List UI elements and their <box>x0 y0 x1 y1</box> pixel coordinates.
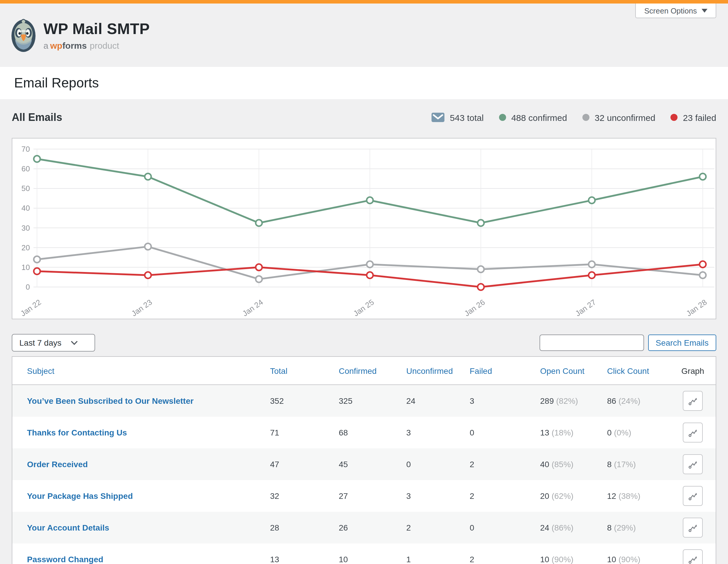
tagline-brand-forms: forms <box>62 41 87 51</box>
unconfirmed-cell: 24 <box>406 385 469 417</box>
chevron-down-icon <box>71 341 77 345</box>
date-range-value: Last 7 days <box>19 338 61 347</box>
confirmed-cell: 45 <box>338 448 406 480</box>
open-count-cell: 13 (18%) <box>540 417 606 448</box>
section-header-row: All Emails 543 total 488 confirmed 32 un… <box>12 109 716 126</box>
open-count-cell: 10 (90%) <box>540 543 606 564</box>
section-title: All Emails <box>12 111 62 124</box>
subject-link[interactable]: Your Package Has Shipped <box>27 491 133 501</box>
app-header: WP Mail SMTP awpformsproduct Screen Opti… <box>0 4 728 67</box>
search-emails-button[interactable]: Search Emails <box>648 334 716 351</box>
sort-unconfirmed[interactable]: Unconfirmed <box>406 366 453 375</box>
trend-line-icon <box>688 491 698 501</box>
confirmed-cell: 10 <box>338 543 406 564</box>
failed-cell: 2 <box>469 543 540 564</box>
open-count-cell: 24 (86%) <box>540 512 606 543</box>
table-row: Password Changed 13 10 1 2 10 (90%) 10 (… <box>12 543 716 564</box>
svg-text:40: 40 <box>21 204 30 213</box>
click-count-cell: 8 (29%) <box>606 512 670 543</box>
unconfirmed-cell: 3 <box>406 480 469 512</box>
graph-button[interactable] <box>683 486 703 506</box>
legend-item-confirmed: 488 confirmed <box>499 112 567 122</box>
chart-legend: 543 total 488 confirmed 32 unconfirmed 2… <box>432 112 716 122</box>
graph-button[interactable] <box>683 549 703 564</box>
confirmed-cell: 68 <box>338 417 406 448</box>
unconfirmed-cell: 1 <box>406 543 469 564</box>
trend-line-icon <box>688 459 698 469</box>
open-count-cell: 20 (62%) <box>540 480 606 512</box>
graph-column-header: Graph <box>670 357 716 385</box>
click-count-cell: 8 (17%) <box>606 448 670 480</box>
sort-subject[interactable]: Subject <box>27 366 54 375</box>
page-title: Email Reports <box>14 75 99 91</box>
unconfirmed-cell: 3 <box>406 417 469 448</box>
legend-label-total: 543 total <box>450 112 484 122</box>
table-row: Your Package Has Shipped 32 27 3 2 20 (6… <box>12 480 716 512</box>
chevron-down-icon <box>702 9 707 13</box>
click-count-cell: 86 (24%) <box>606 385 670 417</box>
svg-text:50: 50 <box>21 184 30 193</box>
legend-label-failed: 23 failed <box>683 112 716 122</box>
tagline-brand-wp: wp <box>50 41 63 51</box>
svg-text:30: 30 <box>21 224 30 233</box>
sort-click-count[interactable]: Click Count <box>607 366 649 375</box>
trend-line-icon <box>688 427 698 437</box>
search-input[interactable] <box>539 334 644 351</box>
total-cell: 28 <box>269 512 338 543</box>
subject-link[interactable]: Order Received <box>27 459 88 469</box>
open-count-cell: 289 (82%) <box>540 385 606 417</box>
graph-button[interactable] <box>683 454 703 474</box>
trend-line-icon <box>688 396 698 406</box>
table-row: Your Account Details 28 26 2 0 24 (86%) … <box>12 512 716 543</box>
total-cell: 13 <box>269 543 338 564</box>
sort-total[interactable]: Total <box>270 366 287 375</box>
date-range-select[interactable]: Last 7 days <box>12 334 95 351</box>
tagline-suffix: product <box>90 41 119 51</box>
graph-button[interactable] <box>683 391 703 411</box>
legend-item-total: 543 total <box>432 112 484 122</box>
subject-link[interactable]: Your Account Details <box>27 523 109 532</box>
graph-button[interactable] <box>683 422 703 442</box>
page-title-band: Email Reports <box>0 67 728 99</box>
total-cell: 352 <box>269 385 338 417</box>
confirmed-cell: 26 <box>338 512 406 543</box>
subject-link[interactable]: Password Changed <box>27 555 103 564</box>
table-row: You’ve Been Subscribed to Our Newsletter… <box>12 385 716 417</box>
legend-label-confirmed: 488 confirmed <box>511 112 567 122</box>
graph-button[interactable] <box>683 518 703 538</box>
svg-text:60: 60 <box>21 164 30 173</box>
failed-dot-icon <box>671 114 678 121</box>
sort-open-count[interactable]: Open Count <box>540 366 584 375</box>
svg-text:70: 70 <box>21 145 30 154</box>
open-count-cell: 40 (85%) <box>540 448 606 480</box>
email-reports-table-card: Subject Total Confirmed Unconfirmed Fail… <box>12 356 716 564</box>
total-cell: 71 <box>269 417 338 448</box>
svg-text:20: 20 <box>21 243 30 252</box>
confirmed-cell: 325 <box>338 385 406 417</box>
trend-line-icon <box>688 523 698 533</box>
table-row: Thanks for Contacting Us 71 68 3 0 13 (1… <box>12 417 716 448</box>
total-cell: 47 <box>269 448 338 480</box>
unconfirmed-cell: 0 <box>406 448 469 480</box>
svg-text:Jan 27: Jan 27 <box>574 297 597 318</box>
subject-link[interactable]: Thanks for Contacting Us <box>27 428 127 437</box>
unconfirmed-cell: 2 <box>406 512 469 543</box>
screen-options-button[interactable]: Screen Options <box>636 4 716 18</box>
search-group: Search Emails <box>539 334 716 351</box>
legend-item-failed: 23 failed <box>671 112 716 122</box>
click-count-cell: 10 (90%) <box>606 543 670 564</box>
subject-link[interactable]: You’ve Been Subscribed to Our Newsletter <box>27 396 193 405</box>
total-cell: 32 <box>269 480 338 512</box>
sort-confirmed[interactable]: Confirmed <box>339 366 377 375</box>
wp-mail-smtp-pigeon-logo <box>11 18 36 52</box>
confirmed-dot-icon <box>499 114 506 121</box>
emails-line-chart: 010203040506070Jan 22Jan 23Jan 24Jan 25J… <box>12 139 716 319</box>
sort-failed[interactable]: Failed <box>470 366 492 375</box>
svg-text:10: 10 <box>21 263 30 272</box>
tagline-prefix: a <box>43 41 48 51</box>
svg-text:Jan 24: Jan 24 <box>241 297 264 318</box>
table-row: Order Received 47 45 0 2 40 (85%) 8 (17%… <box>12 448 716 480</box>
svg-text:Jan 28: Jan 28 <box>685 297 708 318</box>
top-accent-bar <box>0 0 728 4</box>
app-title: WP Mail SMTP <box>43 20 150 38</box>
